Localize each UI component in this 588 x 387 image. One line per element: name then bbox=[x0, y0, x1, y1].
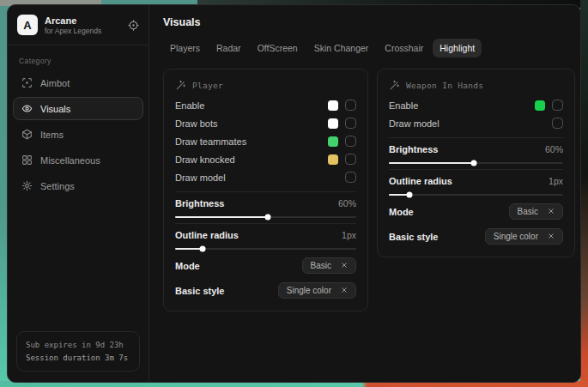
toggle-label: Draw teammates bbox=[175, 136, 246, 147]
eye-icon bbox=[21, 103, 33, 114]
toggle-controls bbox=[552, 118, 563, 129]
sidebar-item-items[interactable]: Items bbox=[13, 123, 143, 146]
grid-icon bbox=[21, 154, 33, 166]
select-pill[interactable]: Single color bbox=[278, 282, 356, 299]
tab-offscreen[interactable]: OffScreen bbox=[251, 39, 305, 57]
sidebar-item-settings[interactable]: Settings bbox=[13, 174, 143, 197]
tab-crosshair[interactable]: Crosshair bbox=[378, 39, 430, 57]
wand-icon bbox=[389, 80, 400, 91]
target-icon[interactable] bbox=[128, 20, 139, 31]
wand-icon bbox=[175, 80, 186, 91]
divider bbox=[175, 191, 356, 192]
slider-track[interactable] bbox=[175, 248, 356, 250]
box-icon bbox=[21, 129, 33, 140]
close-icon[interactable] bbox=[548, 233, 555, 241]
sidebar-item-miscellaneous[interactable]: Miscellaneous bbox=[13, 148, 143, 172]
slider-row-outline-radius: Outline radius1px bbox=[175, 230, 356, 250]
slider-header: Outline radius1px bbox=[389, 176, 563, 186]
close-icon[interactable] bbox=[341, 287, 348, 295]
sidebar-item-visuals[interactable]: Visuals bbox=[13, 97, 143, 120]
slider-label: Brightness bbox=[389, 144, 438, 154]
toggle-controls bbox=[328, 136, 356, 147]
divider bbox=[175, 223, 356, 224]
toggle-row-draw-bots: Draw bots bbox=[175, 114, 356, 132]
sidebar-item-aimbot[interactable]: Aimbot bbox=[13, 71, 143, 94]
tab-highlight[interactable]: Highlight bbox=[433, 39, 482, 57]
slider-thumb[interactable] bbox=[407, 192, 413, 198]
tab-skin-changer[interactable]: Skin Changer bbox=[307, 39, 376, 57]
toggle-controls bbox=[328, 100, 356, 111]
main-area: Visuals PlayersRadarOffScreenSkin Change… bbox=[149, 5, 581, 382]
panel-weapon-in-hands: Weapon In HandsEnableDraw modelBrightnes… bbox=[377, 69, 575, 257]
sidebar-item-label: Aimbot bbox=[40, 78, 70, 88]
slider-value: 1px bbox=[549, 176, 563, 186]
tab-bar: PlayersRadarOffScreenSkin ChangerCrossha… bbox=[163, 39, 575, 57]
checkbox[interactable] bbox=[552, 100, 563, 111]
toggle-row-enable: Enable bbox=[389, 96, 563, 114]
app-name: Arcane bbox=[45, 15, 101, 26]
color-swatch[interactable] bbox=[328, 136, 338, 147]
app-logo: A bbox=[17, 15, 38, 35]
slider-value: 60% bbox=[338, 198, 356, 209]
tab-radar[interactable]: Radar bbox=[209, 39, 248, 57]
select-pill[interactable]: Basic bbox=[302, 257, 356, 274]
panel-header: Weapon In Hands bbox=[389, 80, 563, 91]
select-value: Basic bbox=[311, 261, 331, 270]
sidebar-item-label: Miscellaneous bbox=[40, 155, 100, 166]
checkbox[interactable] bbox=[345, 118, 356, 129]
color-swatch[interactable] bbox=[328, 154, 338, 165]
session-duration-text: Session duration 3m 7s bbox=[26, 352, 130, 364]
sidebar-footer: Sub expires in 9d 23h Session duration 3… bbox=[8, 331, 149, 382]
slider-row-brightness: Brightness60% bbox=[389, 144, 563, 164]
toggle-row-draw-model: Draw model bbox=[175, 168, 356, 186]
color-swatch[interactable] bbox=[328, 118, 338, 129]
slider-label: Outline radius bbox=[389, 176, 452, 186]
toggle-row-draw-teammates: Draw teammates bbox=[175, 132, 356, 150]
close-icon[interactable] bbox=[548, 208, 555, 216]
slider-thumb[interactable] bbox=[199, 246, 205, 252]
slider-header: Brightness60% bbox=[175, 198, 356, 209]
close-icon[interactable] bbox=[341, 262, 348, 270]
toggle-row-draw-knocked: Draw knocked bbox=[175, 150, 356, 168]
checkbox[interactable] bbox=[552, 118, 563, 129]
app-subtitle: for Apex Legends bbox=[45, 27, 101, 35]
toggle-label: Enable bbox=[389, 100, 418, 111]
slider-value: 1px bbox=[342, 230, 356, 240]
app-meta: Arcane for Apex Legends bbox=[45, 15, 101, 35]
sidebar-item-label: Visuals bbox=[40, 104, 70, 114]
sidebar-item-label: Settings bbox=[40, 181, 75, 191]
select-pill[interactable]: Basic bbox=[509, 203, 563, 220]
slider-value: 60% bbox=[545, 144, 563, 154]
color-swatch[interactable] bbox=[535, 100, 545, 111]
aim-scan-icon bbox=[21, 77, 33, 88]
checkbox[interactable] bbox=[345, 154, 356, 165]
checkbox[interactable] bbox=[345, 172, 356, 183]
page-title: Visuals bbox=[163, 16, 575, 28]
tab-players[interactable]: Players bbox=[163, 39, 207, 57]
slider-track[interactable] bbox=[389, 162, 563, 164]
select-row-mode: ModeBasic bbox=[175, 257, 356, 275]
sidebar-item-label: Items bbox=[40, 130, 64, 140]
panel-player: PlayerEnableDraw botsDraw teammatesDraw … bbox=[163, 69, 368, 311]
select-row-basic-style: Basic styleSingle color bbox=[175, 281, 356, 299]
checkbox[interactable] bbox=[345, 136, 356, 147]
slider-thumb[interactable] bbox=[264, 215, 270, 221]
toggle-controls bbox=[328, 154, 356, 165]
toggle-row-draw-model: Draw model bbox=[389, 114, 563, 132]
toggle-label: Draw bots bbox=[175, 118, 218, 129]
select-label: Mode bbox=[175, 261, 200, 271]
toggle-controls bbox=[345, 172, 356, 183]
checkbox[interactable] bbox=[345, 100, 356, 111]
toggle-label: Draw model bbox=[389, 118, 439, 129]
select-value: Single color bbox=[287, 286, 331, 295]
toggle-controls bbox=[328, 118, 356, 129]
select-value: Basic bbox=[518, 207, 538, 216]
select-pill[interactable]: Single color bbox=[485, 228, 563, 245]
settings-panels: PlayerEnableDraw botsDraw teammatesDraw … bbox=[163, 69, 575, 311]
slider-track[interactable] bbox=[175, 216, 356, 218]
slider-header: Brightness60% bbox=[389, 144, 563, 154]
slider-track[interactable] bbox=[389, 194, 563, 196]
toggle-controls bbox=[535, 100, 563, 111]
color-swatch[interactable] bbox=[328, 100, 338, 111]
slider-thumb[interactable] bbox=[471, 160, 477, 166]
